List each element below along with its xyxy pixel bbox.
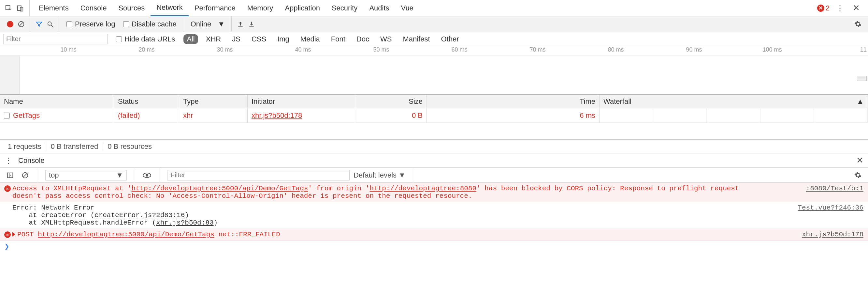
network-toolbar: Preserve log Disable cache Online ▼ xyxy=(0,16,868,32)
console-log-message[interactable]: Error: Network Error at createError (cre… xyxy=(0,202,868,229)
search-icon[interactable] xyxy=(44,19,56,30)
type-filter-xhr[interactable]: XHR xyxy=(203,34,224,44)
tab-memory[interactable]: Memory xyxy=(242,0,279,16)
inspect-icon[interactable] xyxy=(3,2,14,14)
message-text: Access to XMLHttpRequest at 'http://deve… xyxy=(12,185,800,200)
tab-security[interactable]: Security xyxy=(326,0,363,16)
col-header-size[interactable]: Size xyxy=(355,94,427,108)
hide-data-urls-label: Hide data URLs xyxy=(124,35,175,44)
tab-sources[interactable]: Sources xyxy=(113,0,151,16)
chevron-down-icon: ▼ xyxy=(116,171,123,180)
tab-audits[interactable]: Audits xyxy=(363,0,395,16)
cell-time: 6 ms xyxy=(427,108,599,123)
type-filter-img[interactable]: Img xyxy=(274,34,292,44)
kebab-menu-icon[interactable]: ⋮ xyxy=(5,156,12,165)
cell-status: (failed) xyxy=(114,108,179,123)
tab-console[interactable]: Console xyxy=(74,0,113,16)
type-filter-doc[interactable]: Doc xyxy=(353,34,372,44)
console-error-message[interactable]: ✕ Access to XMLHttpRequest at 'http://de… xyxy=(0,183,868,202)
preserve-log-checkbox[interactable]: Preserve log xyxy=(66,20,115,28)
message-source-link[interactable]: Test.vue?f246:36 xyxy=(791,204,863,226)
cell-initiator[interactable]: xhr.js?b50d:178 xyxy=(248,108,355,123)
close-icon[interactable]: ✕ xyxy=(856,155,863,165)
summary-resources: 0 B resources xyxy=(103,142,156,151)
console-drawer-header: ⋮ Console ✕ xyxy=(0,154,868,168)
close-icon[interactable]: ✕ xyxy=(850,2,862,14)
timeline-tick: 11 xyxy=(860,46,867,53)
expand-icon[interactable] xyxy=(12,232,15,237)
console-toolbar: top ▼ Default levels ▼ xyxy=(0,168,868,183)
type-filter-js[interactable]: JS xyxy=(229,34,244,44)
show-console-sidebar-icon[interactable] xyxy=(5,170,16,181)
chevron-down-icon: ▼ xyxy=(218,20,225,28)
download-har-icon[interactable] xyxy=(246,19,257,30)
message-source-link[interactable]: xhr.js?b50d:178 xyxy=(795,231,863,238)
device-toggle-icon[interactable] xyxy=(14,2,26,14)
message-text: Error: Network Error at createError (cre… xyxy=(12,204,791,226)
request-table-header: Name Status Type Initiator Size Time Wat… xyxy=(0,94,868,108)
col-header-initiator[interactable]: Initiator xyxy=(248,94,355,108)
message-source-link[interactable]: :8080/Test/b:1 xyxy=(800,185,863,200)
type-filter-manifest[interactable]: Manifest xyxy=(400,34,433,44)
console-prompt[interactable]: ❯ xyxy=(0,241,868,252)
network-timeline[interactable]: 10 ms 20 ms 30 ms 40 ms 50 ms 60 ms 70 m… xyxy=(0,46,868,94)
clear-console-icon[interactable] xyxy=(20,170,31,181)
divider xyxy=(231,16,232,32)
cell-name: GetTags xyxy=(0,108,114,123)
col-header-type[interactable]: Type xyxy=(179,94,248,108)
tab-network[interactable]: Network xyxy=(151,0,189,16)
tab-performance[interactable]: Performance xyxy=(189,0,242,16)
timeline-tick: 30 ms xyxy=(217,46,232,53)
type-filter-font[interactable]: Font xyxy=(328,34,349,44)
timeline-tick: 70 ms xyxy=(529,46,546,53)
tab-application[interactable]: Application xyxy=(279,0,326,16)
devtools-tabbar: Elements Console Sources Network Perform… xyxy=(0,0,868,16)
timeline-tick: 20 ms xyxy=(138,46,154,53)
divider xyxy=(29,0,30,16)
cell-waterfall xyxy=(599,108,868,123)
error-count-badge[interactable]: ✕ 2 xyxy=(817,4,830,12)
settings-icon[interactable] xyxy=(852,170,863,181)
disable-cache-checkbox[interactable]: Disable cache xyxy=(123,20,177,28)
type-filter-media[interactable]: Media xyxy=(297,34,323,44)
type-filter-all[interactable]: All xyxy=(183,34,198,44)
error-icon: ✕ xyxy=(4,232,11,238)
col-header-name[interactable]: Name xyxy=(0,94,114,108)
network-filter-bar: Hide data URLs All XHR JS CSS Img Media … xyxy=(0,32,868,46)
hide-data-urls-checkbox[interactable]: Hide data URLs xyxy=(116,35,175,44)
clear-button[interactable] xyxy=(16,19,27,30)
svg-point-5 xyxy=(48,22,52,25)
timeline-scrollbar[interactable] xyxy=(857,76,867,81)
col-header-status[interactable]: Status xyxy=(114,94,179,108)
settings-icon[interactable] xyxy=(852,19,863,30)
timeline-tick: 90 ms xyxy=(686,46,702,53)
type-filter-ws[interactable]: WS xyxy=(377,34,395,44)
svg-rect-1 xyxy=(18,5,21,10)
divider xyxy=(160,168,160,183)
record-icon xyxy=(7,21,13,27)
filter-input[interactable] xyxy=(3,34,107,45)
console-error-message[interactable]: ✕ POST http://developtagtree:5000/api/De… xyxy=(0,229,868,241)
upload-har-icon[interactable] xyxy=(235,19,246,30)
request-row[interactable]: GetTags (failed) xhr xhr.js?b50d:178 0 B… xyxy=(0,108,868,123)
kebab-menu-icon[interactable]: ⋮ xyxy=(834,2,846,14)
tab-vue[interactable]: Vue xyxy=(395,0,419,16)
cell-size: 0 B xyxy=(355,108,427,123)
live-expression-icon[interactable] xyxy=(142,170,153,181)
filter-toggle-icon[interactable] xyxy=(34,19,44,30)
record-button[interactable] xyxy=(5,19,16,30)
timeline-tick: 50 ms xyxy=(373,46,389,53)
console-filter-input[interactable] xyxy=(167,170,350,181)
console-messages: ✕ Access to XMLHttpRequest at 'http://de… xyxy=(0,183,868,252)
svg-rect-7 xyxy=(238,26,242,26)
col-header-time[interactable]: Time xyxy=(427,94,599,108)
row-checkbox[interactable] xyxy=(4,113,10,118)
col-header-waterfall[interactable]: Waterfall▲ xyxy=(599,94,868,108)
type-filter-other[interactable]: Other xyxy=(438,34,462,44)
timeline-tick: 80 ms xyxy=(608,46,624,53)
throttling-select[interactable]: Online ▼ xyxy=(187,20,228,28)
log-levels-select[interactable]: Default levels ▼ xyxy=(353,171,406,180)
context-select[interactable]: top ▼ xyxy=(45,170,127,181)
type-filter-css[interactable]: CSS xyxy=(248,34,270,44)
tab-elements[interactable]: Elements xyxy=(33,0,74,16)
